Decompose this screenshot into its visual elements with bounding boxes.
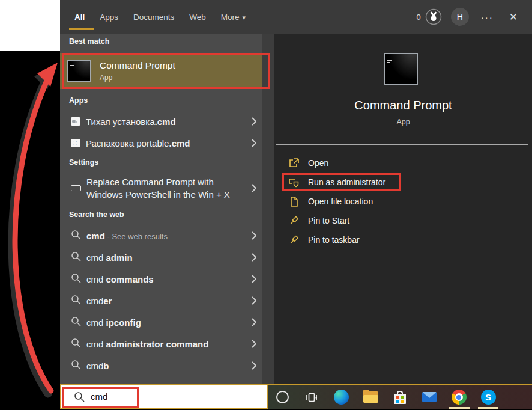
result-label: Replace Command Prompt withWindows Power… <box>86 176 230 201</box>
taskbar: S <box>268 384 532 409</box>
search-icon <box>71 295 81 307</box>
section-search-the-web: Search the web <box>69 210 124 219</box>
taskbar-icon-mail[interactable] <box>422 390 437 405</box>
filter-tabs: All Apps Documents Web More▾ <box>74 13 246 22</box>
rewards-button[interactable]: 0 <box>417 8 443 26</box>
settings-result-row[interactable]: Replace Command Prompt withWindows Power… <box>60 173 262 203</box>
action-open[interactable]: Open <box>274 153 532 173</box>
chevron-right-icon[interactable] <box>252 318 256 326</box>
action-run-as-administrator[interactable]: Run as administrator <box>274 173 532 192</box>
pin-icon <box>288 215 300 227</box>
search-box <box>60 384 268 409</box>
tab-documents[interactable]: Documents <box>133 13 174 22</box>
open-icon <box>288 158 300 169</box>
section-apps: Apps <box>69 96 88 105</box>
screenshot-root: All Apps Documents Web More▾ 0 H ··· <box>0 0 532 410</box>
preview-divider <box>276 144 528 145</box>
active-tab-underline <box>69 28 94 30</box>
web-suggestion-row[interactable]: cmdb <box>60 355 262 376</box>
preview-title: Command Prompt <box>274 99 532 112</box>
shield-icon <box>288 177 300 188</box>
search-input[interactable] <box>91 391 241 402</box>
batch-file-icon <box>71 117 80 126</box>
search-icon <box>74 391 85 402</box>
action-open-file-location[interactable]: Open file location <box>274 192 532 211</box>
taskbar-icon-task-view[interactable] <box>304 390 319 405</box>
best-match-title: Command Prompt <box>100 60 175 71</box>
best-match-text: Command Prompt App <box>100 60 175 82</box>
action-pin-to-start[interactable]: Pin to Start <box>274 211 532 230</box>
rewards-count: 0 <box>417 13 421 22</box>
section-best-match: Best match <box>69 37 109 46</box>
tab-apps[interactable]: Apps <box>100 13 118 22</box>
tab-web[interactable]: Web <box>189 13 206 22</box>
result-label: cmd admin <box>86 252 133 263</box>
app-result-row[interactable]: Тихая установка.cmd <box>60 111 262 132</box>
web-suggestion-row[interactable]: cmd - See web results <box>60 225 262 246</box>
result-label: Тихая установка.cmd <box>86 117 176 127</box>
action-pin-to-taskbar[interactable]: Pin to taskbar <box>274 230 532 249</box>
chevron-down-icon: ▾ <box>243 14 246 21</box>
taskbar-icon-file-explorer[interactable] <box>363 390 378 405</box>
web-suggestion-row[interactable]: cmder <box>60 290 262 311</box>
command-prompt-icon <box>67 60 91 82</box>
settings-item-icon <box>71 185 81 191</box>
taskbar-icon-chrome[interactable] <box>451 390 467 405</box>
section-settings: Settings <box>69 158 98 167</box>
chevron-right-icon[interactable] <box>252 275 256 283</box>
chevron-right-icon[interactable] <box>252 340 256 348</box>
taskbar-icon-cortana[interactable] <box>274 390 290 405</box>
taskbar-icon-skype[interactable]: S <box>480 390 496 405</box>
pin-icon <box>288 234 300 246</box>
search-icon <box>71 360 81 372</box>
result-label: cmdb <box>86 361 109 371</box>
list-gutter <box>262 34 274 385</box>
close-icon[interactable]: ✕ <box>506 11 521 23</box>
more-options-icon[interactable]: ··· <box>477 12 497 22</box>
result-label: cmder <box>86 296 112 306</box>
best-match-result[interactable]: Command Prompt App <box>60 53 262 89</box>
search-filter-bar: All Apps Documents Web More▾ 0 H ··· <box>60 0 532 34</box>
chevron-right-icon[interactable] <box>252 184 256 192</box>
chevron-right-icon[interactable] <box>252 361 256 370</box>
chevron-right-icon[interactable] <box>252 296 256 305</box>
topbar-right-controls: 0 H ··· ✕ <box>417 8 521 26</box>
result-label: Распаковка portable.cmd <box>86 138 190 148</box>
chevron-right-icon[interactable] <box>252 253 256 262</box>
search-flyout-panel: All Apps Documents Web More▾ 0 H ··· <box>60 0 532 410</box>
best-match-subtitle: App <box>100 73 175 82</box>
tab-all[interactable]: All <box>74 13 85 22</box>
search-icon <box>71 273 81 286</box>
preview-subtitle: App <box>274 118 532 126</box>
web-suggestion-row[interactable]: cmd ipconfig <box>60 311 262 333</box>
result-label: cmd ipconfig <box>86 317 141 328</box>
batch-file-icon <box>71 139 80 147</box>
user-avatar[interactable]: H <box>451 8 469 26</box>
annotation-arrow <box>0 0 60 410</box>
search-icon <box>71 230 81 242</box>
chevron-right-icon[interactable] <box>252 117 256 126</box>
folder-location-icon <box>288 196 300 207</box>
chevron-right-icon[interactable] <box>252 231 256 240</box>
result-label: cmd commands <box>86 274 154 284</box>
web-suggestion-row[interactable]: cmd administrator command <box>60 333 262 355</box>
result-label: cmd administrator command <box>86 339 208 349</box>
search-icon <box>71 251 81 264</box>
rewards-medal-icon <box>425 8 443 26</box>
taskbar-icon-edge[interactable] <box>333 390 349 405</box>
results-list: Best match Command Prompt App Apps Тихая… <box>60 34 262 385</box>
command-prompt-icon-large <box>384 53 418 85</box>
search-icon <box>71 338 81 350</box>
chevron-right-icon[interactable] <box>252 139 256 147</box>
preview-pane: Command Prompt App Open Run as administr… <box>274 34 532 385</box>
search-icon <box>71 316 81 329</box>
web-suggestion-row[interactable]: cmd commands <box>60 268 262 290</box>
result-label: cmd - See web results <box>86 231 168 241</box>
tab-more[interactable]: More▾ <box>221 13 246 22</box>
app-result-row[interactable]: Распаковка portable.cmd <box>60 132 262 154</box>
taskbar-icon-microsoft-store[interactable] <box>392 390 408 405</box>
web-suggestion-row[interactable]: cmd admin <box>60 246 262 268</box>
